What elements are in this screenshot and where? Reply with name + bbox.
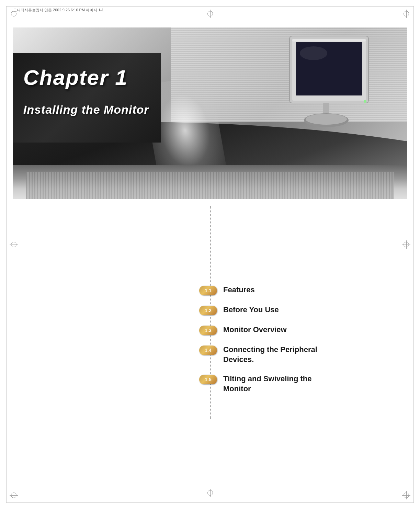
toc-item-2: 1.2 Before You Use	[199, 305, 391, 315]
svg-point-8	[364, 100, 366, 103]
toc-badge-label-2: 1.2	[205, 308, 211, 313]
reg-mark-mid-left	[10, 240, 18, 249]
toc-badge-2: 1.2	[199, 306, 217, 315]
toc-label-2: Before You Use	[223, 305, 279, 315]
monitor-illustration	[283, 33, 379, 149]
toc-badge-label-4: 1.4	[205, 348, 211, 353]
toc-badge-1: 1.1	[199, 286, 217, 295]
reg-mark-bottom-center	[206, 489, 214, 497]
toc-badge-label-1: 1.1	[205, 288, 211, 293]
toc-section: 1.1 Features 1.2 Before You Use 1.3 Moni…	[199, 285, 391, 403]
toc-label-3: Monitor Overview	[223, 325, 287, 335]
chapter-number: Chapter 1	[23, 65, 128, 90]
toc-item-1: 1.1 Features	[199, 285, 391, 295]
chapter-box: Chapter 1 Installing the Monitor	[13, 53, 161, 143]
reg-mark-top-left	[10, 10, 18, 18]
svg-rect-7	[292, 39, 366, 42]
toc-label-5: Tilting and Swiveling theMonitor	[223, 374, 312, 394]
toc-label-1: Features	[223, 285, 255, 295]
toc-badge-3: 1.3	[199, 326, 217, 335]
chapter-title: Installing the Monitor	[23, 103, 149, 116]
toc-item-4: 1.4 Connecting the PeripheralDevices.	[199, 345, 391, 364]
toc-badge-label-5: 1.5	[205, 377, 211, 382]
header-meta: 모니터사용설명서.영문 2002.9.26 6:10 PM 페이지 1-1	[13, 8, 104, 13]
toc-badge-4: 1.4	[199, 346, 217, 355]
reg-mark-top-center	[206, 10, 214, 18]
toc-badge-5: 1.5	[199, 375, 217, 384]
svg-point-6	[306, 114, 347, 125]
toc-label-4: Connecting the PeripheralDevices.	[223, 345, 317, 364]
toc-item-3: 1.3 Monitor Overview	[199, 325, 391, 335]
svg-point-3	[300, 46, 327, 60]
toc-badge-label-3: 1.3	[205, 328, 211, 333]
reg-mark-bottom-right	[402, 491, 410, 499]
reg-mark-mid-right	[402, 240, 410, 249]
toc-item-5: 1.5 Tilting and Swiveling theMonitor	[199, 374, 391, 394]
reg-mark-top-right	[402, 10, 410, 18]
reg-mark-bottom-left	[10, 491, 18, 499]
